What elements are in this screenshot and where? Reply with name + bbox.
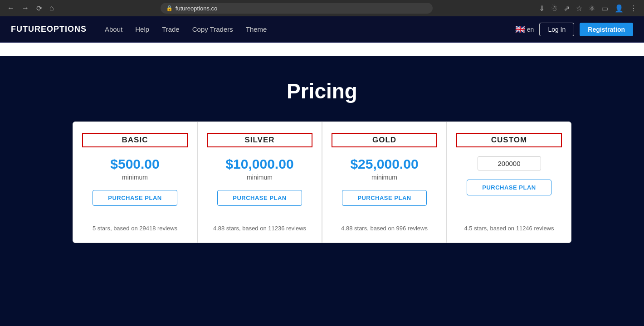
plan-reviews-custom: 4.5 stars, based on 11246 reviews (464, 211, 554, 232)
site-logo[interactable]: FUTUREOPTIONS (11, 24, 87, 34)
profile-icon[interactable]: 👤 (613, 3, 625, 14)
lang-selector[interactable]: 🇬🇧 en (515, 24, 534, 34)
home-button[interactable]: ⌂ (48, 3, 56, 13)
pricing-card-gold: GOLD $25,000.00 minimum PURCHASE PLAN 4.… (322, 122, 447, 243)
plan-price-basic: $500.00 (110, 156, 159, 172)
purchase-button-custom[interactable]: PURCHASE PLAN (467, 180, 551, 195)
plan-name-box-custom: CUSTOM (456, 133, 562, 147)
layout-icon[interactable]: ▭ (600, 3, 610, 14)
pricing-card-basic: BASIC $500.00 minimum PURCHASE PLAN 5 st… (73, 122, 197, 243)
nav-trade[interactable]: Trade (162, 25, 180, 33)
login-button[interactable]: Log In (539, 23, 574, 36)
plan-name-box-silver: SILVER (207, 133, 312, 147)
nav-help[interactable]: Help (135, 25, 149, 33)
plan-price-gold: $25,000.00 (350, 156, 418, 172)
plan-minimum-gold: minimum (371, 174, 397, 181)
menu-icon[interactable]: ⋮ (629, 3, 639, 14)
plan-name-custom: CUSTOM (491, 136, 527, 144)
address-bar[interactable]: 🔒 futureoptions.co (161, 3, 433, 14)
plan-name-gold: GOLD (372, 136, 396, 144)
main-content: Pricing BASIC $500.00 minimum PURCHASE P… (0, 56, 644, 326)
cast-icon[interactable]: ☃ (550, 3, 559, 14)
purchase-button-silver[interactable]: PURCHASE PLAN (217, 190, 302, 206)
white-strip (0, 43, 644, 56)
plan-reviews-gold: 4.88 stars, based on 996 reviews (341, 211, 428, 232)
plan-reviews-basic: 5 stars, based on 29418 reviews (93, 211, 177, 232)
plan-name-basic: BASIC (122, 136, 148, 144)
plan-minimum-basic: minimum (122, 174, 148, 181)
bookmark-icon[interactable]: ☆ (575, 3, 584, 14)
share-icon[interactable]: ⇗ (562, 3, 571, 14)
extensions-icon[interactable]: ⚛ (587, 3, 596, 14)
site-header: FUTUREOPTIONS About Help Trade Copy Trad… (0, 16, 644, 43)
browser-chrome: ← → ⟳ ⌂ 🔒 futureoptions.co ⇓ ☃ ⇗ ☆ ⚛ ▭ 👤… (0, 0, 644, 16)
refresh-button[interactable]: ⟳ (34, 3, 44, 14)
nav-copy-traders[interactable]: Copy Traders (192, 25, 233, 33)
header-right: 🇬🇧 en Log In Registration (515, 23, 633, 36)
browser-actions: ⇓ ☃ ⇗ ☆ ⚛ ▭ 👤 ⋮ (537, 3, 639, 14)
plan-name-box-basic: BASIC (82, 133, 188, 147)
purchase-button-basic[interactable]: PURCHASE PLAN (93, 190, 177, 206)
forward-button[interactable]: → (20, 3, 31, 13)
plan-name-silver: SILVER (244, 136, 274, 144)
custom-amount-input[interactable] (478, 156, 541, 170)
flag-icon: 🇬🇧 (515, 24, 525, 34)
lang-code: en (527, 26, 534, 33)
pricing-card-silver: SILVER $10,000.00 minimum PURCHASE PLAN … (197, 122, 322, 243)
plan-name-box-gold: GOLD (332, 133, 437, 147)
pricing-cards: BASIC $500.00 minimum PURCHASE PLAN 5 st… (73, 122, 571, 243)
nav-about[interactable]: About (105, 25, 122, 33)
pricing-card-custom: CUSTOM PURCHASE PLAN 4.5 stars, based on… (447, 122, 571, 243)
plan-price-silver: $10,000.00 (225, 156, 293, 172)
purchase-button-gold[interactable]: PURCHASE PLAN (342, 190, 426, 206)
address-text: futureoptions.co (176, 5, 218, 12)
download-icon[interactable]: ⇓ (537, 3, 546, 14)
plan-minimum-silver: minimum (247, 174, 273, 181)
site-nav: About Help Trade Copy Traders Theme (105, 25, 515, 33)
plan-reviews-silver: 4.88 stars, based on 11236 reviews (213, 211, 306, 232)
lock-icon: 🔒 (166, 5, 173, 11)
pricing-title: Pricing (9, 79, 635, 103)
registration-button[interactable]: Registration (580, 23, 633, 36)
nav-theme[interactable]: Theme (246, 25, 267, 33)
back-button[interactable]: ← (5, 3, 16, 13)
